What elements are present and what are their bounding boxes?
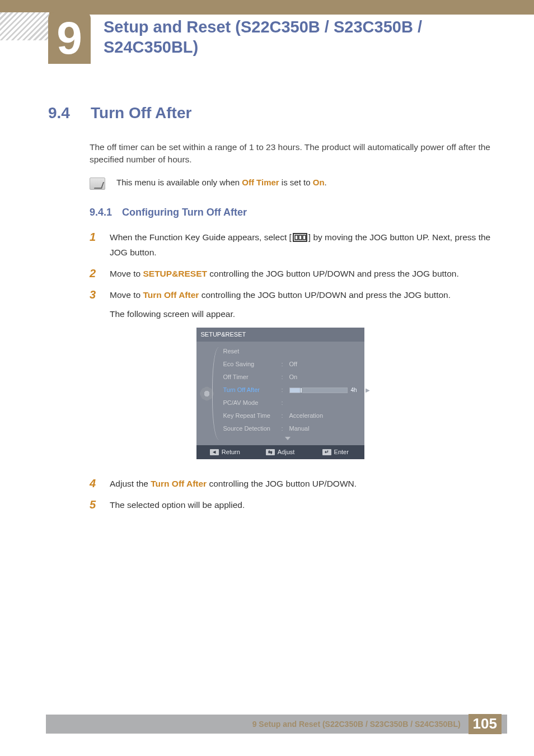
- osd-footer-enter: ↵Enter: [310, 447, 361, 457]
- corner-decoration: [0, 12, 49, 40]
- step-4-text-a: Adjust the: [110, 479, 151, 488]
- osd-label: Off Timer: [223, 372, 278, 382]
- return-key-icon: ◄: [210, 449, 219, 455]
- osd-row-reset: Reset: [217, 345, 362, 358]
- osd-title: SETUP&RESET: [196, 328, 364, 342]
- step-3-text-b: controlling the JOG button UP/DOWN and p…: [199, 290, 451, 300]
- osd-value: Acceleration: [289, 411, 359, 421]
- step-2-highlight: SETUP&RESET: [143, 269, 207, 278]
- page-number: 105: [469, 714, 502, 734]
- svg-rect-3: [303, 235, 306, 240]
- step-4-highlight: Turn Off After: [151, 479, 207, 488]
- note-icon: [90, 178, 105, 190]
- step-4-text-b: controlling the JOG button UP/DOWN.: [207, 479, 357, 488]
- osd-slider: 4h: [289, 386, 359, 395]
- subsection-title: Configuring Turn Off After: [122, 207, 247, 218]
- osd-row-sourcedetection: Source Detection : Manual: [217, 422, 362, 435]
- subsection-heading: 9.4.1 Configuring Turn Off After: [90, 207, 500, 218]
- note-text: This menu is available only when Off Tim…: [116, 178, 327, 187]
- osd-footer-label: Enter: [334, 447, 349, 457]
- osd-footer-return: ◄Return: [200, 447, 251, 457]
- note-text-prefix: This menu is available only when: [116, 178, 242, 187]
- osd-label: Eco Saving: [223, 360, 278, 369]
- chevron-down-icon: [285, 437, 291, 440]
- svg-rect-1: [295, 235, 298, 240]
- osd-more-indicator: [217, 435, 362, 442]
- osd-value: Off: [289, 360, 359, 369]
- step-2: 2 Move to SETUP&RESET controlling the JO…: [90, 267, 500, 281]
- osd-row-offtimer: Off Timer : On: [217, 371, 362, 384]
- note-text-mid: is set to: [279, 178, 313, 187]
- note-highlight-2: On: [313, 178, 325, 187]
- chapter-title: Setup and Reset (S22C350B / S23C350B / S…: [104, 17, 500, 58]
- osd-label: PC/AV Mode: [223, 398, 278, 408]
- adjust-key-icon: ⇆: [266, 449, 275, 455]
- step-number: 3: [90, 288, 100, 469]
- step-4: 4 Adjust the Turn Off After controlling …: [90, 477, 500, 491]
- osd-label: Reset: [223, 347, 278, 356]
- step-5: 5 The selected option will be applied.: [90, 498, 500, 512]
- intro-paragraph: The off timer can be set within a range …: [90, 141, 500, 166]
- osd-footer: ◄Return ⇆Adjust ↵Enter: [196, 445, 364, 459]
- osd-row-ecosaving: Eco Saving : Off: [217, 358, 362, 371]
- note-highlight-1: Off Timer: [242, 178, 279, 187]
- step-number: 4: [90, 477, 100, 491]
- osd-row-keyrepeat: Key Repeat Time : Acceleration: [217, 409, 362, 422]
- svg-rect-2: [299, 235, 302, 240]
- step-3-highlight: Turn Off After: [143, 290, 199, 300]
- section-heading: 9.4 Turn Off After: [48, 104, 500, 122]
- step-1: 1 When the Function Key Guide appears, s…: [90, 231, 500, 259]
- page-footer: 9 Setup and Reset (S22C350B / S23C350B /…: [46, 715, 507, 734]
- enter-key-icon: ↵: [322, 449, 331, 455]
- osd-label-selected: Turn Off After: [223, 385, 278, 395]
- step-3-text-a: Move to: [110, 290, 143, 300]
- osd-label: Source Detection: [223, 424, 278, 433]
- osd-value: Manual: [289, 424, 359, 433]
- step-3-text-c: The following screen will appear.: [110, 309, 235, 319]
- osd-slider-value: 4h: [348, 386, 359, 395]
- osd-label: Key Repeat Time: [223, 411, 278, 421]
- step-5-text: The selected option will be applied.: [110, 498, 245, 512]
- section-title: Turn Off After: [91, 104, 191, 122]
- step-2-text-b: controlling the JOG button UP/DOWN and p…: [207, 269, 459, 278]
- osd-footer-label: Adjust: [278, 447, 295, 457]
- osd-row-turnoffafter: Turn Off After : 4h ▶: [217, 384, 362, 396]
- steps-list: 1 When the Function Key Guide appears, s…: [90, 231, 500, 512]
- step-number: 5: [90, 498, 100, 512]
- subsection-number: 9.4.1: [90, 207, 112, 218]
- section-number: 9.4: [48, 104, 75, 122]
- osd-footer-adjust: ⇆Adjust: [255, 447, 306, 457]
- osd-value: On: [289, 372, 359, 382]
- note: This menu is available only when Off Tim…: [90, 178, 500, 190]
- step-2-text-a: Move to: [110, 269, 143, 278]
- note-text-suffix: .: [325, 178, 327, 187]
- osd-row-pcavmode: PC/AV Mode :: [217, 396, 362, 409]
- chapter-number-badge: 9: [48, 12, 91, 64]
- gear-icon: [202, 388, 212, 399]
- step-3: 3 Move to Turn Off After controlling the…: [90, 288, 500, 469]
- footer-chapter-title: 9 Setup and Reset (S22C350B / S23C350B /…: [252, 720, 461, 729]
- chevron-right-icon: ▶: [366, 386, 370, 395]
- osd-screenshot: SETUP&RESET Reset Eco Saving : Off: [196, 328, 364, 459]
- step-1-text-a: When the Function Key Guide appears, sel…: [110, 232, 292, 242]
- step-number: 1: [90, 231, 100, 259]
- menu-icon: [293, 232, 307, 246]
- step-number: 2: [90, 267, 100, 281]
- osd-footer-label: Return: [222, 447, 240, 457]
